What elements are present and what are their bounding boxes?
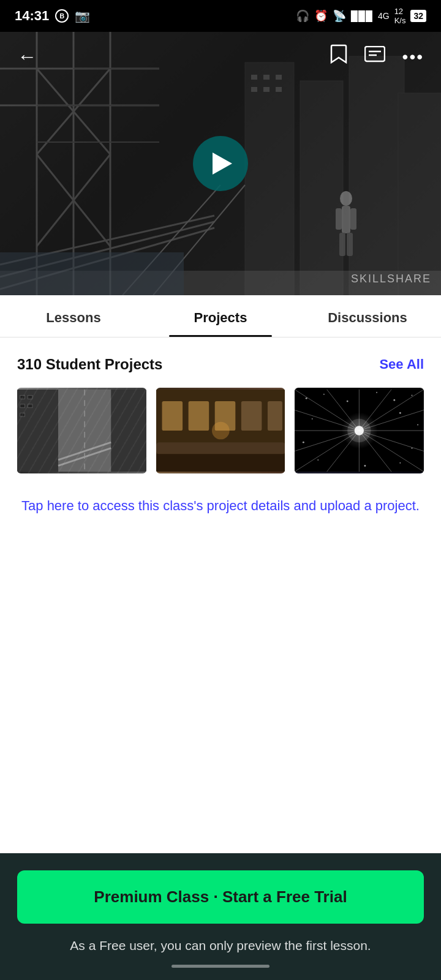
svg-rect-25	[276, 87, 282, 92]
svg-rect-58	[268, 401, 282, 431]
bottom-cta-area: Premium Class · Start a Free Trial As a …	[0, 853, 441, 981]
svg-rect-43	[20, 396, 25, 399]
cta-subtitle: As a Free user, you can only preview the…	[17, 936, 424, 956]
student-projects-count: 310 Student Projects	[17, 356, 162, 373]
video-nav-overlay: ← •••	[0, 32, 441, 81]
svg-line-51	[58, 448, 111, 466]
svg-point-87	[412, 395, 413, 396]
video-player[interactable]: ← ••• SKILLSHARE	[0, 32, 441, 295]
svg-rect-60	[188, 401, 209, 431]
captions-button[interactable]	[364, 46, 385, 67]
svg-rect-36	[365, 47, 385, 61]
time-display: 14:31	[15, 8, 49, 24]
svg-point-97	[348, 419, 371, 442]
svg-rect-42	[111, 390, 146, 472]
status-bar: 14:31 B 📷 🎧 ⏰ 📡 ▉▉▉ 4G 12K/s 32	[0, 0, 441, 32]
svg-point-96	[355, 426, 364, 435]
headphone-icon: 🎧	[296, 9, 309, 23]
project-access-link[interactable]: Tap here to access this class's project …	[17, 496, 424, 516]
svg-rect-44	[28, 396, 32, 399]
svg-rect-33	[350, 208, 356, 230]
svg-rect-23	[251, 87, 257, 92]
podcast-icon: 📡	[333, 9, 346, 23]
speed-icon: 12K/s	[394, 7, 406, 25]
svg-rect-62	[156, 442, 285, 454]
svg-rect-32	[336, 208, 342, 230]
play-button[interactable]	[193, 136, 248, 191]
main-content: 310 Student Projects See All	[0, 337, 441, 516]
svg-point-84	[347, 401, 349, 402]
play-icon	[213, 153, 232, 175]
project-thumbnail-1[interactable]	[17, 388, 146, 473]
svg-point-90	[417, 424, 418, 425]
svg-rect-48	[58, 390, 111, 472]
svg-rect-35	[347, 233, 353, 256]
svg-point-92	[412, 448, 413, 449]
svg-rect-59	[162, 401, 183, 431]
svg-rect-46	[28, 404, 32, 408]
projects-header: 310 Student Projects See All	[17, 356, 424, 373]
svg-point-94	[364, 465, 366, 467]
ball-icon: B	[55, 9, 69, 23]
skillshare-watermark: SKILLSHARE	[351, 273, 431, 285]
svg-point-64	[212, 422, 230, 440]
back-button[interactable]: ←	[17, 45, 37, 68]
svg-rect-31	[342, 206, 350, 233]
tab-projects[interactable]: Projects	[147, 295, 294, 337]
tab-lessons[interactable]: Lessons	[0, 295, 147, 337]
bookmark-button[interactable]	[330, 44, 347, 69]
svg-line-50	[58, 442, 111, 460]
lte-icon: 4G	[378, 11, 390, 21]
svg-rect-45	[20, 404, 25, 408]
svg-point-85	[376, 392, 377, 393]
premium-trial-button[interactable]: Premium Class · Start a Free Trial	[17, 870, 424, 924]
alarm-icon: ⏰	[314, 9, 328, 23]
svg-rect-19	[398, 93, 441, 295]
svg-rect-16	[245, 62, 294, 295]
signal-icon: ▉▉▉	[351, 10, 373, 22]
svg-rect-41	[17, 390, 58, 472]
svg-rect-17	[300, 81, 343, 295]
project-thumbnail-3[interactable]	[295, 388, 424, 473]
nav-left: ←	[17, 45, 37, 68]
tabs-bar: Lessons Projects Discussions	[0, 295, 441, 337]
svg-point-88	[312, 418, 313, 420]
svg-point-83	[323, 394, 325, 395]
tab-discussions[interactable]: Discussions	[294, 295, 441, 337]
see-all-button[interactable]: See All	[379, 356, 424, 372]
project-thumbnail-2[interactable]	[156, 388, 285, 473]
battery-icon: 32	[410, 10, 426, 22]
svg-rect-34	[339, 233, 345, 256]
svg-point-93	[318, 459, 319, 461]
status-left: 14:31 B 📷	[15, 8, 90, 24]
svg-point-91	[303, 442, 304, 443]
svg-rect-40	[17, 390, 146, 472]
svg-point-30	[340, 191, 352, 206]
svg-rect-24	[263, 87, 270, 92]
svg-point-86	[394, 399, 396, 401]
svg-rect-29	[0, 252, 184, 295]
more-options-button[interactable]: •••	[402, 47, 424, 67]
status-right: 🎧 ⏰ 📡 ▉▉▉ 4G 12K/s 32	[296, 7, 426, 25]
svg-rect-47	[20, 413, 25, 417]
person-silhouette	[331, 191, 361, 258]
svg-rect-18	[349, 56, 404, 295]
svg-point-89	[399, 412, 401, 414]
instagram-icon: 📷	[75, 9, 90, 23]
nav-right: •••	[330, 44, 424, 69]
svg-point-82	[306, 398, 307, 399]
svg-point-95	[400, 462, 401, 464]
home-indicator	[172, 965, 270, 968]
svg-rect-57	[241, 401, 262, 431]
project-thumbnails-row	[17, 388, 424, 473]
svg-rect-63	[156, 454, 285, 472]
svg-rect-39	[17, 390, 146, 472]
